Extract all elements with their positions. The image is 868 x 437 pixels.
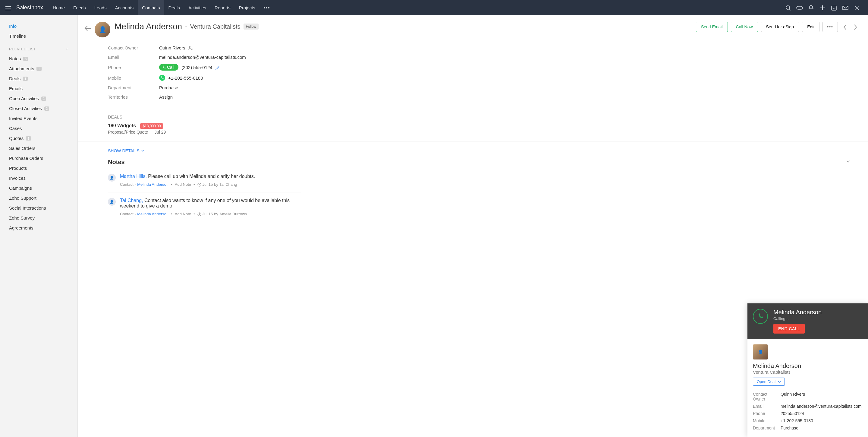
- sidebar-item-info[interactable]: Info: [0, 21, 78, 31]
- call-now-button[interactable]: Call Now: [731, 22, 758, 32]
- record-header: 👤 Melinda Anderson - Ventura Capitalists…: [78, 15, 868, 43]
- nav-item-activities[interactable]: Activities: [184, 0, 210, 15]
- note-rel-link[interactable]: Melinda Anderso..: [137, 212, 168, 216]
- notes-collapse-icon[interactable]: [846, 158, 850, 164]
- sidebar-item-quotes[interactable]: Quotes1: [0, 133, 78, 143]
- back-arrow-icon[interactable]: [84, 24, 91, 32]
- next-record-icon[interactable]: [852, 24, 860, 30]
- sidebar-item-open-activities[interactable]: Open Activities1: [0, 93, 78, 104]
- send-email-button[interactable]: Send Email: [696, 22, 728, 32]
- bell-icon[interactable]: [805, 4, 817, 11]
- sidebar-item-label: Quotes: [9, 136, 24, 141]
- search-icon[interactable]: [782, 4, 794, 11]
- deal-name[interactable]: 180 Widgets: [108, 123, 136, 128]
- sidebar-item-closed-activities[interactable]: Closed Activities2: [0, 104, 78, 113]
- call-pill-button[interactable]: Call: [159, 64, 179, 70]
- ellipsis-icon: •••: [264, 5, 270, 10]
- contact-name: Melinda Anderson: [115, 22, 182, 31]
- sidebar-item-label: Purchase Orders: [9, 156, 43, 161]
- edit-phone-icon[interactable]: [216, 65, 220, 70]
- call-ring-icon: [753, 309, 768, 324]
- sidebar-item-timeline[interactable]: Timeline: [0, 31, 78, 41]
- sidebar: InfoTimeline RELATED LIST + Notes3Attach…: [0, 15, 78, 437]
- note-item: 👤Martha Hills, Please call up with Melin…: [108, 168, 301, 193]
- add-note-link[interactable]: Add Note: [175, 212, 191, 216]
- open-deal-button[interactable]: Open Deal: [753, 378, 785, 386]
- note-text: Please call up with Melinda and clarify …: [148, 174, 255, 179]
- note-author[interactable]: Tai Chang,: [120, 198, 144, 203]
- field-value-email: melinda.anderson@ventura-capitalists.com: [159, 55, 246, 60]
- sidebar-item-invited-events[interactable]: Invited Events: [0, 113, 78, 123]
- call-contact-name: Melinda Anderson: [773, 309, 863, 316]
- sidebar-item-notes[interactable]: Notes3: [0, 54, 78, 64]
- sidebar-item-social-interactions[interactable]: Social Interactions: [0, 203, 78, 213]
- add-related-icon[interactable]: +: [65, 47, 68, 52]
- show-details-link[interactable]: SHOW DETAILS: [108, 148, 144, 153]
- field-label-owner: Contact Owner: [108, 45, 159, 50]
- menu-icon[interactable]: [5, 5, 11, 10]
- field-label-dept: Department: [108, 85, 159, 90]
- sidebar-item-label: Agreements: [9, 225, 33, 230]
- nav-item-projects[interactable]: Projects: [235, 0, 259, 15]
- sidebar-badge: 1: [23, 77, 28, 81]
- nav-item-home[interactable]: Home: [49, 0, 69, 15]
- svg-point-5: [189, 46, 191, 48]
- assign-territory-link[interactable]: Assign: [159, 94, 173, 99]
- sidebar-item-agreements[interactable]: Agreements: [0, 223, 78, 233]
- field-label-mobile: Mobile: [108, 76, 159, 81]
- deal-amount-chip: $18,000.00: [140, 123, 163, 129]
- call-status: Calling...: [773, 316, 863, 321]
- nav-more[interactable]: •••: [259, 0, 275, 15]
- add-note-link[interactable]: Add Note: [175, 182, 191, 187]
- note-rel-link[interactable]: Melinda Anderso..: [137, 182, 168, 187]
- nav-item-leads[interactable]: Leads: [90, 0, 111, 15]
- cp-label-email: Email: [753, 404, 781, 409]
- tools-icon[interactable]: [851, 4, 863, 11]
- sidebar-item-label: Cases: [9, 126, 22, 131]
- note-byname: Amelia Burrows: [219, 212, 247, 216]
- nav-item-feeds[interactable]: Feeds: [69, 0, 90, 15]
- sidebar-item-zoho-support[interactable]: Zoho Support: [0, 193, 78, 203]
- follow-button[interactable]: Follow: [244, 24, 259, 30]
- sidebar-item-attachments[interactable]: Attachments1: [0, 64, 78, 74]
- note-author[interactable]: Martha Hills,: [120, 174, 148, 179]
- field-value-dept: Purchase: [159, 85, 178, 90]
- sidebar-item-invoices[interactable]: Invoices: [0, 173, 78, 183]
- sidebar-item-label: Social Interactions: [9, 205, 46, 210]
- sidebar-item-sales-orders[interactable]: Sales Orders: [0, 143, 78, 153]
- send-esign-button[interactable]: Send for eSign: [761, 22, 799, 32]
- sidebar-item-label: Products: [9, 166, 27, 171]
- nav-item-reports[interactable]: Reports: [210, 0, 235, 15]
- deals-heading: DEALS: [108, 115, 850, 119]
- plus-icon[interactable]: [817, 4, 828, 11]
- deals-section: DEALS 180 Widgets $18,000.00 Proposal/Pr…: [78, 108, 868, 141]
- note-date: Jul 15: [203, 182, 213, 187]
- gamepad-icon[interactable]: [794, 4, 805, 11]
- sidebar-item-purchase-orders[interactable]: Purchase Orders: [0, 153, 78, 163]
- sidebar-item-label: Notes: [9, 56, 21, 61]
- edit-button[interactable]: Edit: [802, 22, 819, 32]
- nav-item-deals[interactable]: Deals: [164, 0, 184, 15]
- sidebar-item-cases[interactable]: Cases: [0, 123, 78, 133]
- prev-record-icon[interactable]: [841, 24, 849, 30]
- more-actions-button[interactable]: •••: [823, 22, 838, 32]
- sidebar-item-campaigns[interactable]: Campaigns: [0, 183, 78, 193]
- nav-item-contacts[interactable]: Contacts: [138, 0, 164, 15]
- sidebar-item-deals[interactable]: Deals1: [0, 74, 78, 84]
- note-rel-label: Contact: [120, 212, 133, 216]
- sidebar-badge: 1: [41, 96, 46, 101]
- sidebar-item-products[interactable]: Products: [0, 163, 78, 173]
- whatsapp-icon[interactable]: [159, 75, 165, 81]
- owner-lookup-icon[interactable]: [188, 45, 193, 50]
- sidebar-item-emails[interactable]: Emails: [0, 84, 78, 93]
- sidebar-item-zoho-survey[interactable]: Zoho Survey: [0, 213, 78, 223]
- note-text: Contact also wants to know if any one of…: [120, 198, 290, 208]
- nav-item-accounts[interactable]: Accounts: [111, 0, 138, 15]
- cp-label-phone: Phone: [753, 411, 781, 416]
- end-call-button[interactable]: END CALL: [773, 324, 805, 333]
- svg-point-0: [786, 6, 789, 9]
- mail-icon[interactable]: [840, 4, 851, 11]
- sidebar-item-label: Invited Events: [9, 116, 37, 121]
- sidebar-item-label: Closed Activities: [9, 106, 42, 111]
- calendar-icon[interactable]: 31: [828, 4, 840, 11]
